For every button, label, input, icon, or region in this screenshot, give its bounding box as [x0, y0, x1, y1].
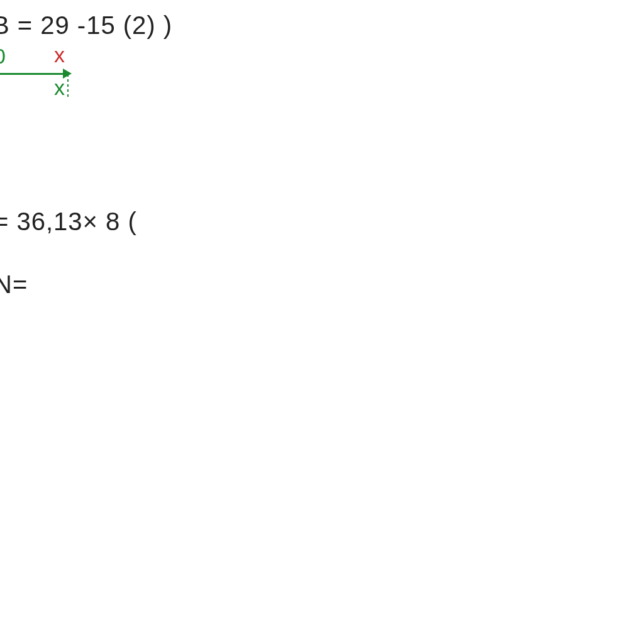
axis-x-label-red: x [54, 43, 65, 67]
equation-line-2: = 36,13× 8 ( [0, 208, 137, 236]
x-axis-line [0, 73, 66, 75]
axis-x-label-green: x [54, 75, 65, 100]
equation-line-3: N= [0, 270, 28, 299]
axis-origin-label: 0 [0, 44, 6, 69]
equation-line-1: B = 29 -15 (2) ) [0, 11, 172, 40]
axis-dotted-guide [67, 74, 72, 99]
